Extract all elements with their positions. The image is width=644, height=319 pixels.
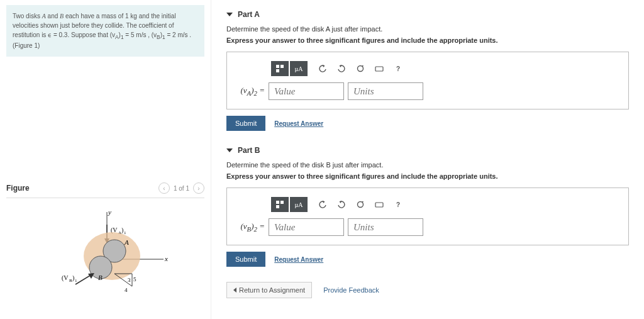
part-B-eq-label: (vB)2 = [236, 221, 265, 233]
svg-text:(V: (V [62, 274, 69, 282]
svg-text:4: 4 [125, 287, 128, 293]
svg-text:): ) [72, 274, 74, 282]
chevron-left-icon [233, 288, 236, 293]
svg-rect-27 [276, 65, 279, 68]
part-B-section: Part B Determine the speed of the disk B… [226, 146, 629, 267]
keyboard-icon[interactable] [370, 197, 388, 212]
figure-next-button[interactable]: › [193, 182, 204, 194]
svg-text:3: 3 [128, 277, 131, 283]
part-A-units-input[interactable] [348, 82, 423, 100]
svg-rect-28 [280, 65, 284, 68]
part-A-instruction: Express your answer to three significant… [226, 36, 629, 44]
figure-nav-text: 1 of 1 [174, 185, 189, 192]
problem-statement: Two disks A and B each have a mass of 1 … [6, 5, 204, 57]
help-icon[interactable]: ? [389, 61, 407, 76]
figure-image: y x (VA)1 A B (VB)1 3 5 4 [6, 198, 204, 319]
part-B-value-input[interactable] [269, 218, 344, 236]
templates-icon[interactable] [271, 197, 289, 212]
redo-icon[interactable] [333, 61, 350, 76]
part-A-value-input[interactable] [269, 82, 344, 100]
undo-icon[interactable] [314, 197, 331, 212]
part-B-prompt: Determine the speed of the disk B just a… [226, 161, 629, 169]
collapse-icon[interactable] [226, 148, 233, 152]
svg-text:): ) [121, 227, 123, 234]
part-B-toolbar: µA ? [271, 197, 619, 212]
part-A-eq-label: (vA)2 = [236, 86, 265, 97]
svg-text:A: A [124, 238, 129, 246]
help-icon[interactable]: ? [389, 197, 407, 212]
svg-rect-44 [375, 203, 383, 207]
svg-rect-37 [276, 201, 279, 204]
svg-text:B: B [98, 274, 103, 281]
svg-point-32 [358, 66, 364, 72]
part-A-request-answer-link[interactable]: Request Answer [274, 120, 323, 127]
part-A-prompt: Determine the speed of the disk A just a… [226, 25, 629, 33]
undo-icon[interactable] [314, 61, 331, 76]
part-A-header: Part A [238, 10, 260, 19]
reset-icon[interactable] [352, 197, 369, 212]
figure-prev-button[interactable]: ‹ [158, 182, 170, 194]
provide-feedback-link[interactable]: Provide Feedback [323, 286, 379, 294]
svg-text:1: 1 [75, 278, 77, 283]
part-B-request-answer-link[interactable]: Request Answer [274, 256, 323, 263]
units-mu-icon[interactable]: µA [290, 61, 308, 76]
part-A-submit-button[interactable]: Submit [226, 116, 265, 131]
part-A-answer-box: µA ? (vA)2 = [226, 52, 629, 109]
part-A-toolbar: µA ? [271, 61, 619, 76]
svg-text:x: x [164, 255, 168, 262]
redo-icon[interactable] [333, 197, 350, 212]
templates-icon[interactable] [271, 61, 289, 76]
svg-point-42 [358, 202, 364, 208]
part-B-submit-button[interactable]: Submit [226, 252, 265, 267]
reset-icon[interactable] [352, 61, 369, 76]
part-B-answer-box: µA ? (vB)2 = [226, 187, 629, 245]
part-B-instruction: Express your answer to three significant… [226, 172, 629, 180]
svg-text:y: y [108, 208, 111, 216]
keyboard-icon[interactable] [370, 61, 388, 76]
svg-rect-38 [280, 201, 284, 204]
figure-title: Figure [6, 184, 30, 193]
part-A-section: Part A Determine the speed of the disk A… [226, 10, 629, 131]
svg-text:5: 5 [133, 276, 136, 283]
part-B-units-input[interactable] [348, 218, 423, 236]
svg-rect-29 [276, 69, 279, 72]
return-to-assignment-button[interactable]: Return to Assignment [226, 282, 312, 298]
svg-rect-34 [375, 67, 383, 71]
units-mu-icon[interactable]: µA [290, 197, 308, 212]
svg-rect-39 [276, 205, 279, 208]
collapse-icon[interactable] [226, 13, 233, 16]
part-B-header: Part B [238, 146, 260, 155]
